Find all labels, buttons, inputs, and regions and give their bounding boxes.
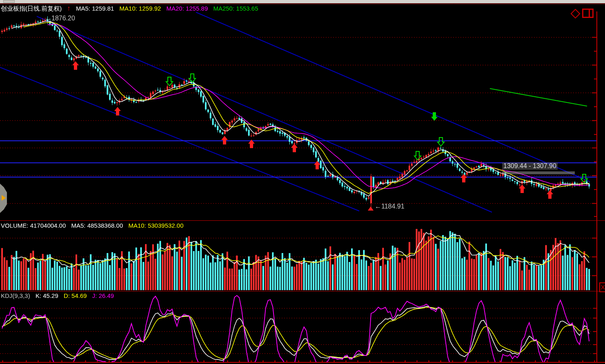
- split-window-icon-divider: [589, 10, 590, 17]
- kdj-d-value: D: 54.69: [64, 292, 87, 299]
- volume-header: VOLUME: 41704004.00 MA5: 48538368.00 MA1…: [1, 222, 187, 229]
- kdj-name: KDJ(9,3,3): [1, 292, 30, 299]
- trading-app-window: 创业板指(日线.前复权) ↑ MA5: 1259.81 MA10: 1259.9…: [0, 0, 605, 364]
- gap-range-label: 1309.44 - 1307.90: [502, 162, 558, 170]
- ma5-label: MA5: 1259.81: [76, 5, 114, 12]
- top-toolbar-strip: [0, 0, 605, 3]
- close-indicator-button[interactable]: X: [599, 282, 605, 292]
- top-toolbar-button[interactable]: [3, 0, 15, 3]
- main-chart-header: 创业板指(日线.前复权) ↑ MA5: 1259.81 MA10: 1259.9…: [1, 4, 262, 13]
- period-low-label: ←1184.91: [375, 203, 405, 210]
- volume-value: VOLUME: 41704004.00: [1, 222, 66, 229]
- period-high-label: ←1876.20: [45, 15, 75, 22]
- price-chart-canvas[interactable]: [0, 0, 605, 364]
- gap-band: [502, 171, 575, 174]
- split-window-icon[interactable]: [582, 9, 594, 18]
- vol-ma5-value: MA5: 48538368.00: [71, 222, 123, 229]
- kdj-j-value: J: 26.49: [92, 292, 114, 299]
- trend-up-icon: ↑: [67, 4, 71, 12]
- vol-ma10-value: MA10: 53039532.00: [128, 222, 183, 229]
- kdj-header: KDJ(9,3,3) K: 45.29 D: 54.69 J: 26.49: [1, 292, 118, 299]
- symbol-title: 创业板指(日线.前复权): [1, 5, 62, 12]
- ma20-label: MA20: 1255.89: [167, 5, 208, 12]
- ma10-label: MA10: 1259.92: [120, 5, 161, 12]
- kdj-k-value: K: 45.29: [36, 292, 58, 299]
- ma250-label: MA250: 1553.65: [213, 5, 258, 12]
- expand-arrow-icon: [2, 195, 6, 201]
